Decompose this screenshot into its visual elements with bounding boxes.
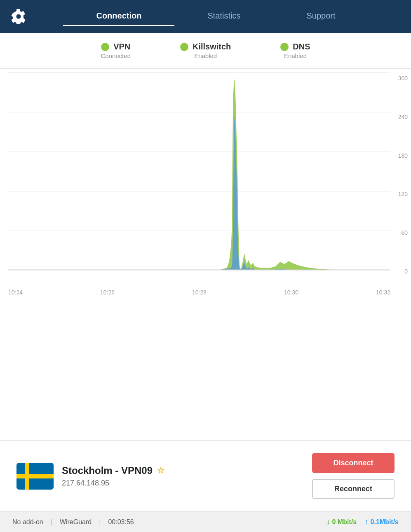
tab-statistics[interactable]: Statistics [174,7,273,26]
arrow-up-icon: ↑ [365,518,369,526]
dns-label: DNS [293,42,310,51]
svg-marker-1 [8,116,390,270]
favorite-star-icon[interactable]: ☆ [157,465,165,476]
speed-download: ↓ 0 Mbit/s [326,518,357,526]
y-label-300: 300 [398,75,408,82]
settings-button[interactable] [8,6,29,27]
server-ip: 217.64.148.95 [62,479,165,488]
x-axis: 10:24 10:26 10:28 10:30 10:32 [8,287,390,296]
chart-container: 300 240 180 120 60 0 10:24 10:26 10:28 1… [0,69,411,440]
reconnect-button[interactable]: Reconnect [312,479,395,499]
killswitch-status-dot [180,43,188,51]
server-details: Stockholm - VPN09 ☆ 217.64.148.95 [62,465,165,488]
sweden-flag-svg [16,463,54,490]
footer-uptime: 00:03:56 [108,518,134,526]
speed-up-value: 0.1Mbit/s [371,518,399,525]
chart-svg [8,73,390,271]
y-label-0: 0 [404,268,408,275]
footer-protocol: WireGuard [60,518,92,526]
svg-rect-5 [16,474,54,478]
status-bar: VPN Connected Killswitch Enabled DNS Ena… [0,33,411,69]
speed-upload: ↑ 0.1Mbit/s [365,518,399,526]
killswitch-label: Killswitch [193,42,231,51]
chart-y-axis: 300 240 180 120 60 0 [392,73,411,287]
y-label-240: 240 [398,114,408,120]
footer: No add-on | WireGuard | 00:03:56 ↓ 0 Mbi… [0,511,411,532]
y-label-120: 120 [398,191,408,197]
status-killswitch: Killswitch Enabled [180,42,231,59]
svg-marker-0 [8,79,390,270]
disconnect-button[interactable]: Disconnect [312,453,395,473]
x-label-3: 10:28 [192,289,207,296]
bottom-section: Stockholm - VPN09 ☆ 217.64.148.95 Discon… [0,440,411,511]
footer-speed: ↓ 0 Mbit/s ↑ 0.1Mbit/s [326,518,399,526]
x-label-1: 10:24 [8,289,23,296]
arrow-down-icon: ↓ [326,518,330,526]
vpn-label: VPN [113,42,130,51]
x-label-5: 10:32 [376,289,390,296]
dns-sublabel: Enabled [284,52,307,59]
vpn-status-dot [101,43,109,51]
tab-connection[interactable]: Connection [63,7,174,26]
vpn-sublabel: Connected [101,52,131,59]
status-dns: DNS Enabled [280,42,310,59]
server-flag [16,463,54,490]
y-label-60: 60 [401,229,408,236]
dns-status-dot [280,43,289,51]
action-buttons: Disconnect Reconnect [312,453,395,499]
y-label-180: 180 [398,152,408,159]
server-name-row: Stockholm - VPN09 ☆ [62,465,165,476]
footer-sep-2: | [99,518,101,526]
server-name-text: Stockholm - VPN09 [62,465,153,476]
footer-sep-1: | [51,518,52,526]
footer-addon: No add-on [12,518,43,526]
header: Connection Statistics Support [0,0,411,33]
nav-tabs: Connection Statistics Support [29,7,403,26]
tab-support[interactable]: Support [273,7,368,26]
status-vpn: VPN Connected [101,42,131,59]
speed-down-value: 0 Mbit/s [332,518,357,525]
killswitch-sublabel: Enabled [194,52,217,59]
gear-icon [11,9,26,24]
x-label-2: 10:26 [100,289,115,296]
server-info: Stockholm - VPN09 ☆ 217.64.148.95 [16,463,165,490]
chart-plot-area [8,73,390,271]
x-label-4: 10:30 [284,289,298,296]
